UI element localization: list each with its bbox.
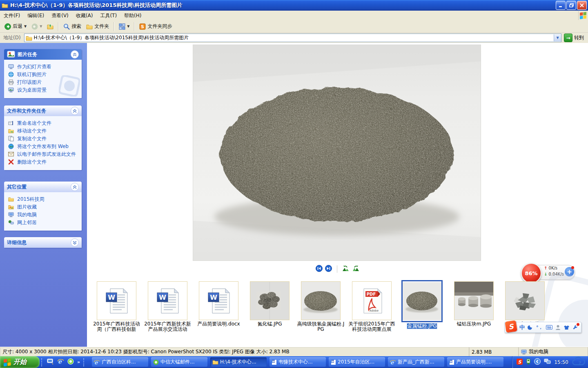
task-copy-file[interactable]: 复制这个文件 <box>7 135 80 143</box>
rotate-counterclockwise-button[interactable] <box>342 265 350 273</box>
file-item[interactable]: 锰铝压块m.JPG <box>449 281 499 327</box>
start-button[interactable]: 开始 <box>0 356 40 368</box>
place-my-pictures[interactable]: 图片收藏 <box>7 203 80 211</box>
file-item-selected[interactable]: 金属锰粉.JPG <box>397 281 447 330</box>
file-item[interactable]: 产品简要说明.docx <box>194 281 243 327</box>
file-item[interactable]: 高纯级脱氢金属锰粉.JPG <box>296 281 345 332</box>
expand-chevron-icon[interactable] <box>71 238 79 247</box>
picture-tasks-header[interactable]: 图片任务 <box>4 49 82 60</box>
menu-view[interactable]: 查看(V) <box>48 11 72 20</box>
back-button[interactable]: 后退 ▼ <box>2 22 29 31</box>
hide-tray-icons-chevron[interactable] <box>534 358 541 366</box>
toolbox-icon[interactable] <box>572 325 578 330</box>
soft-keyboard-icon[interactable] <box>546 325 552 330</box>
file-tasks-header[interactable]: 文件和文件夹任务 <box>4 105 82 116</box>
task-delete-file[interactable]: 删除这个文件 <box>7 158 80 166</box>
preview-image[interactable] <box>193 45 481 260</box>
collapse-chevron-icon[interactable] <box>71 183 79 191</box>
word-doc-icon <box>199 281 238 320</box>
move-file-icon <box>8 128 15 134</box>
file-item[interactable]: 氮化锰.JPG <box>245 281 294 327</box>
folders-label: 文件夹 <box>94 23 109 30</box>
file-item[interactable]: 关于组织2015年广西科技活动周重点展示... <box>347 281 396 332</box>
photo-thumbnail <box>401 280 443 322</box>
word-icon: W <box>331 359 336 365</box>
rotate-clockwise-button[interactable] <box>352 265 359 273</box>
place-my-computer[interactable]: 我的电脑 <box>7 211 80 219</box>
file-item[interactable]: 2015年广西新技术新产品展示交流活动参... <box>143 281 192 332</box>
ime-language-mode[interactable]: 中 <box>519 324 525 331</box>
other-places-header[interactable]: 其它位置 <box>4 182 82 192</box>
weather-cloud-icon[interactable]: ? <box>572 357 586 368</box>
taskbar-window-word2[interactable]: W 2015年自治区... <box>329 357 385 367</box>
picture-tasks-icon <box>7 51 15 58</box>
details-header[interactable]: 详细信息 <box>4 237 82 248</box>
fullmoon-mode-icon[interactable] <box>528 325 533 330</box>
address-bar: 地址(D) H:\4-技术中心\（1-9）各项科技活动\2015科技周\科技活动… <box>0 33 588 43</box>
taskbar-window-explorer[interactable]: H:\4-技术中心... <box>210 357 267 367</box>
previous-image-button[interactable] <box>316 265 323 273</box>
show-desktop-icon[interactable] <box>47 359 54 366</box>
down-arrow-icon: ↓ <box>544 272 547 276</box>
forward-dropdown-icon[interactable]: ▼ <box>40 25 42 28</box>
memory-percent-ball[interactable]: 86% <box>521 263 541 283</box>
internet-explorer-icon[interactable]: e <box>57 358 64 366</box>
network-status-icon[interactable] <box>544 359 551 366</box>
file-item[interactable]: 电解金属锰片 <box>500 281 550 327</box>
status-info: 尺寸: 4000 x 3000 相片拍照日期: 2014-12-6 10:23 … <box>0 347 469 357</box>
notification-dot <box>571 266 574 269</box>
usb-device-icon[interactable] <box>526 359 531 366</box>
taskbar-window-ie2[interactable]: e 新产品_广西新... <box>388 357 444 367</box>
search-button[interactable]: 搜索 <box>61 22 83 31</box>
sogou-tray-icon[interactable]: S <box>517 359 523 366</box>
address-input[interactable]: H:\4-技术中心\（1-9）各项科技活动\2015科技周\科技活动周所需图片 … <box>24 34 561 42</box>
close-button[interactable] <box>577 1 587 10</box>
minimize-button[interactable] <box>556 1 566 10</box>
task-publish-web[interactable]: 将这个文件发布到 Web <box>7 143 80 150</box>
tray-clock[interactable]: 15:50 <box>554 359 568 365</box>
file-item[interactable]: 2015年广西科技活动周（广西科技创新平... <box>92 281 141 332</box>
address-dropdown-icon[interactable]: ▼ <box>554 34 561 41</box>
skin-icon[interactable] <box>564 325 570 330</box>
restore-button[interactable] <box>566 1 576 10</box>
next-image-button[interactable] <box>325 265 332 273</box>
folder-sync-button[interactable]: S 文件夹同步 <box>137 22 174 31</box>
up-button[interactable] <box>45 22 56 31</box>
panel-watermark <box>59 75 80 96</box>
menu-help[interactable]: 帮助(H) <box>120 11 145 20</box>
place-network[interactable]: 网上邻居 <box>7 219 80 227</box>
menu-file[interactable]: 文件(F) <box>0 11 24 20</box>
taskbar-grip[interactable] <box>83 358 86 366</box>
quicklaunch-grip[interactable] <box>41 358 44 366</box>
toolbar: 后退 ▼ ▼ 搜索 文件夹 ▼ S 文件夹同步 <box>0 20 588 33</box>
taskbar-window-mail[interactable]: 中信大锰邮件... <box>151 357 207 367</box>
task-view-slideshow[interactable]: 作为幻灯片查看 <box>7 63 80 71</box>
menu-edit[interactable]: 编辑(E) <box>24 11 48 20</box>
sogou-logo-icon[interactable]: S <box>505 320 517 332</box>
taskbar-window-word1[interactable]: W 韦慷技术中心... <box>270 357 326 367</box>
folders-button[interactable]: 文件夹 <box>84 22 111 31</box>
views-dropdown-icon[interactable]: ▼ <box>127 25 129 28</box>
user-account-icon[interactable] <box>555 325 561 330</box>
computer-icon <box>8 212 15 218</box>
punctuation-mode-icon[interactable]: °， <box>536 324 543 330</box>
collapse-chevron-icon[interactable] <box>71 107 79 115</box>
back-dropdown-icon[interactable]: ▼ <box>24 25 27 28</box>
task-rename-file[interactable]: 重命名这个文件 <box>7 119 80 127</box>
photo-thumbnail <box>301 281 341 320</box>
menu-favorites[interactable]: 收藏(A) <box>72 11 97 20</box>
views-button[interactable]: ▼ <box>117 22 131 31</box>
menu-tools[interactable]: 工具(T) <box>96 11 120 20</box>
taskbar-window-word3[interactable]: W 产品简要说明.... <box>447 357 503 367</box>
browser-360-icon[interactable] <box>67 358 74 366</box>
sogou-ime-bar[interactable]: S 中 °， <box>504 322 581 333</box>
task-email-file[interactable]: 以电子邮件形式发送此文件 <box>7 150 80 158</box>
quicklaunch-overflow-chevron[interactable]: » <box>77 359 80 365</box>
go-button[interactable]: → 转到 <box>564 34 584 42</box>
collapse-chevron-icon[interactable] <box>71 50 79 58</box>
forward-button[interactable]: ▼ <box>29 22 44 31</box>
task-move-file[interactable]: 移动这个文件 <box>7 127 80 135</box>
place-2015-tech-week[interactable]: 2015科技周 <box>7 195 80 203</box>
taskbar-window-guangxi[interactable]: e 广西自治区科... <box>92 357 148 367</box>
taskbar: 开始 e » e 广西自治区科... 中信大锰邮件... H:\4-技术中心..… <box>0 356 588 368</box>
